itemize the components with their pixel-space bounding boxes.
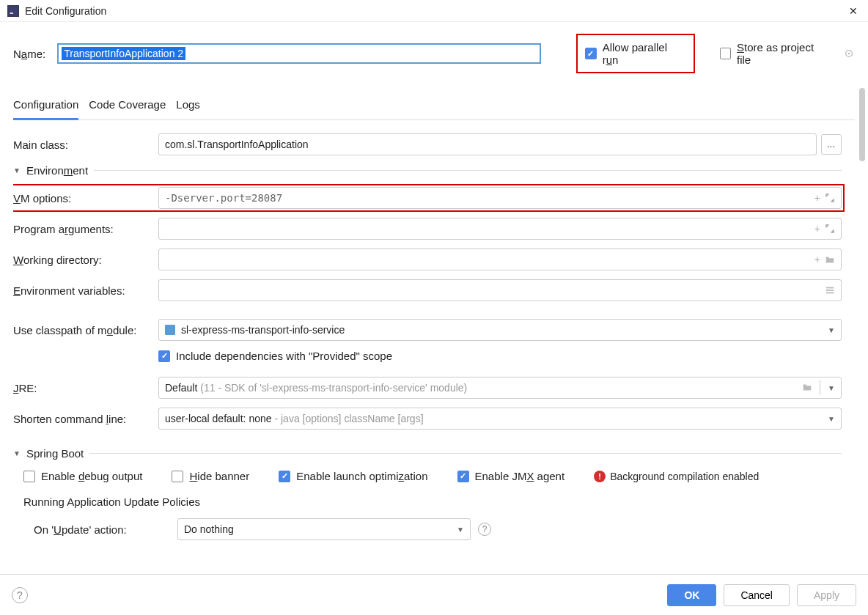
module-icon: [165, 325, 175, 335]
ok-button[interactable]: OK: [667, 584, 716, 606]
enable-launch-checkbox[interactable]: Enable launch optimization: [279, 470, 427, 482]
classpath-label: Use classpath of module:: [13, 324, 158, 336]
env-vars-row: Environment variables:: [13, 279, 842, 301]
include-provided-row: Include dependencies with "Provided" sco…: [158, 350, 842, 362]
working-dir-input[interactable]: +: [158, 248, 842, 270]
tab-code-coverage[interactable]: Code Coverage: [89, 94, 166, 119]
name-row: Name: TransportInfoApplication 2 Allow p…: [13, 34, 855, 73]
add-icon[interactable]: +: [814, 192, 820, 204]
help-button[interactable]: ?: [12, 587, 28, 603]
spring-boot-section[interactable]: ▼ Spring Boot: [13, 447, 842, 460]
main-class-row: Main class: com.sl.TransportInfoApplicat…: [13, 133, 842, 155]
hide-banner-checkbox[interactable]: Hide banner: [172, 470, 249, 482]
svg-rect-6: [826, 292, 834, 294]
help-icon[interactable]: ?: [478, 523, 491, 536]
form-area: Main class: com.sl.TransportInfoApplicat…: [13, 133, 855, 570]
program-args-row: Program arguments: +: [13, 218, 842, 240]
vm-options-label: VM options:: [13, 192, 158, 205]
vm-options-highlight: VM options: -Dserver.port=28087 +: [13, 184, 845, 212]
checkbox-icon: [158, 350, 170, 362]
close-button[interactable]: ✕: [846, 5, 861, 17]
policies-label: Running Application Update Policies: [23, 496, 842, 508]
checkbox-icon: [279, 471, 290, 482]
shorten-label: Shorten command line:: [13, 413, 158, 425]
tabs: Configuration Code Coverage Logs: [13, 94, 855, 120]
scrollbar[interactable]: [859, 88, 865, 161]
expand-icon[interactable]: [825, 192, 835, 204]
checkbox-icon: [585, 48, 596, 59]
warning-icon: !: [594, 471, 606, 482]
chevron-down-icon: ▼: [457, 526, 464, 534]
include-provided-checkbox[interactable]: Include dependencies with "Provided" sco…: [158, 350, 842, 362]
shorten-select[interactable]: user-local default: none - java [options…: [158, 408, 842, 430]
tab-configuration[interactable]: Configuration: [13, 94, 78, 120]
spring-checkboxes: Enable debug output Hide banner Enable l…: [23, 470, 842, 482]
environment-section[interactable]: ▼ Environment: [13, 164, 842, 177]
name-input[interactable]: TransportInfoApplication 2: [57, 43, 541, 64]
checkbox-icon: [457, 471, 469, 482]
allow-parallel-checkbox[interactable]: Allow parallel run: [585, 41, 683, 66]
env-vars-input[interactable]: [158, 279, 842, 301]
enable-debug-checkbox[interactable]: Enable debug output: [23, 470, 142, 482]
dialog-title: Edit Configuration: [25, 5, 846, 17]
working-dir-label: Working directory:: [13, 254, 158, 266]
cancel-button[interactable]: Cancel: [724, 584, 790, 606]
folder-icon[interactable]: [802, 382, 812, 394]
classpath-select[interactable]: sl-express-ms-transport-info-service ▼: [158, 319, 842, 341]
app-icon: [7, 5, 19, 17]
working-dir-row: Working directory: +: [13, 248, 842, 270]
svg-point-3: [848, 53, 850, 55]
svg-rect-1: [10, 12, 14, 14]
vm-options-row: VM options: -Dserver.port=28087 +: [13, 187, 842, 209]
tab-logs[interactable]: Logs: [176, 94, 200, 119]
vm-options-input[interactable]: -Dserver.port=28087 +: [158, 187, 842, 209]
allow-parallel-highlight: Allow parallel run: [576, 34, 694, 73]
checkbox-icon: [720, 48, 731, 59]
on-update-select[interactable]: Do nothing ▼: [177, 518, 471, 540]
main-class-input[interactable]: com.sl.TransportInfoApplication: [158, 133, 817, 155]
store-as-project-checkbox[interactable]: Store as project file: [720, 41, 828, 66]
main-class-label: Main class:: [13, 139, 158, 151]
dialog-footer: ? OK Cancel Apply: [0, 574, 868, 615]
enable-jmx-checkbox[interactable]: Enable JMX agent: [457, 470, 565, 482]
svg-rect-0: [9, 7, 18, 15]
expand-icon[interactable]: [825, 223, 835, 235]
gear-icon[interactable]: [844, 48, 855, 59]
checkbox-icon: [172, 471, 183, 482]
dialog-content: Name: TransportInfoApplication 2 Allow p…: [0, 22, 868, 570]
chevron-down-icon: ▼: [828, 384, 835, 392]
add-icon[interactable]: +: [814, 223, 820, 235]
name-label: Name:: [13, 48, 45, 60]
shorten-row: Shorten command line: user-local default…: [13, 408, 842, 430]
on-update-row: On 'Update' action: Do nothing ▼ ?: [34, 518, 842, 540]
jre-select[interactable]: Default (11 - SDK of 'sl-express-ms-tran…: [158, 377, 842, 399]
folder-icon[interactable]: [825, 254, 835, 265]
program-args-label: Program arguments:: [13, 223, 158, 235]
jre-label: JRE:: [13, 382, 158, 394]
on-update-label: On 'Update' action:: [34, 523, 177, 536]
env-vars-label: Environment variables:: [13, 284, 158, 297]
chevron-down-icon: ▼: [13, 166, 21, 174]
bg-compile-label: Background compilation enabled: [610, 471, 759, 482]
classpath-row: Use classpath of module: sl-express-ms-t…: [13, 319, 842, 341]
jre-row: JRE: Default (11 - SDK of 'sl-express-ms…: [13, 377, 842, 399]
browse-main-class-button[interactable]: ...: [821, 134, 842, 155]
title-bar: Edit Configuration ✕: [0, 0, 868, 22]
list-icon[interactable]: [825, 285, 835, 295]
svg-rect-4: [826, 287, 834, 289]
checkbox-icon: [23, 471, 35, 482]
program-args-input[interactable]: +: [158, 218, 842, 240]
chevron-down-icon: ▼: [828, 415, 835, 423]
chevron-down-icon: ▼: [828, 326, 835, 334]
chevron-down-icon: ▼: [13, 449, 21, 457]
apply-button[interactable]: Apply: [797, 584, 856, 606]
add-icon[interactable]: +: [814, 254, 820, 265]
svg-rect-5: [826, 290, 834, 291]
